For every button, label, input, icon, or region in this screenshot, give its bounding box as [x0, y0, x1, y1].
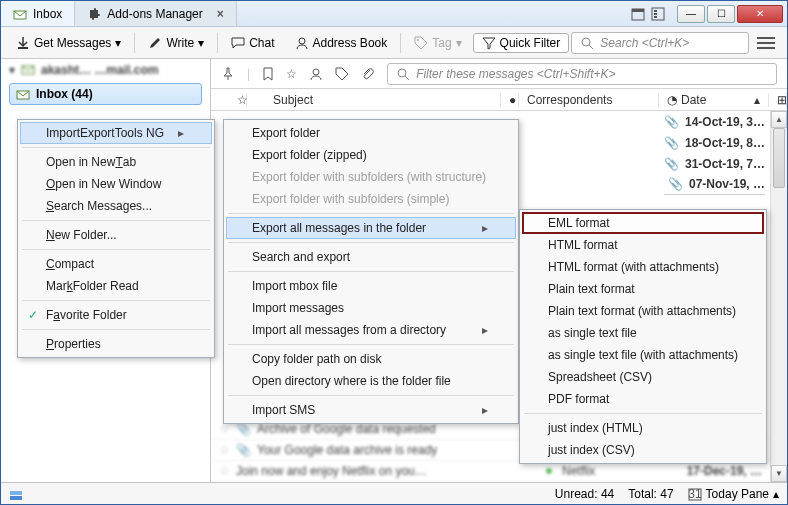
- svg-rect-6: [654, 16, 657, 18]
- star-icon[interactable]: ☆: [219, 464, 230, 478]
- close-button[interactable]: ✕: [737, 5, 783, 23]
- menu-item[interactable]: Open in New Tab: [20, 151, 212, 173]
- app-window: Inbox Add-ons Manager × — ☐ ✕ Get Messag…: [0, 0, 788, 505]
- menu-item[interactable]: Export folder: [226, 122, 516, 144]
- scroll-up-button[interactable]: ▲: [771, 111, 787, 128]
- col-subject[interactable]: Subject: [265, 93, 501, 107]
- menu-item[interactable]: ✓Favorite Folder: [20, 304, 212, 326]
- chevron-right-icon: ▸: [178, 126, 184, 140]
- date-column-values: 📎14-Oct-19, 3… 📎18-Oct-19, 8… 📎31-Oct-19…: [664, 111, 765, 195]
- col-correspondents[interactable]: Correspondents: [519, 93, 659, 107]
- svg-rect-15: [10, 496, 22, 500]
- star-icon[interactable]: ☆: [219, 422, 230, 436]
- tab-label: Inbox: [33, 7, 62, 21]
- download-icon: [16, 36, 30, 50]
- menu-item[interactable]: Import all messages from a directory▸: [226, 319, 516, 341]
- svg-point-13: [313, 69, 319, 75]
- write-button[interactable]: Write ▾: [139, 32, 213, 54]
- menu-item[interactable]: ImportExportTools NG▸: [20, 122, 212, 144]
- puzzle-icon: [87, 7, 101, 21]
- tasks-icon[interactable]: [651, 7, 665, 21]
- menu-item[interactable]: PDF format: [522, 388, 764, 410]
- menu-item[interactable]: Import SMS▸: [226, 399, 516, 421]
- close-icon[interactable]: ×: [217, 7, 224, 21]
- pencil-icon: [148, 36, 162, 50]
- menu-item[interactable]: Open directory where is the folder file: [226, 370, 516, 392]
- scroll-down-button[interactable]: ▼: [771, 465, 787, 482]
- maximize-button[interactable]: ☐: [707, 5, 735, 23]
- menu-button[interactable]: [757, 37, 775, 49]
- menu-item[interactable]: Open in New Window: [20, 173, 212, 195]
- star-filter-icon[interactable]: ☆: [286, 67, 297, 81]
- scroll-thumb[interactable]: [773, 128, 785, 188]
- attachment-icon: 📎: [668, 177, 683, 191]
- import-export-submenu: Export folderExport folder (zipped)Expor…: [223, 119, 519, 424]
- tab-inbox[interactable]: Inbox: [1, 1, 75, 26]
- title-bar: Inbox Add-ons Manager × — ☐ ✕: [1, 1, 787, 27]
- attachment-filter-icon[interactable]: [361, 67, 375, 81]
- pin-icon[interactable]: [221, 67, 235, 81]
- attachment-icon: 📎: [664, 115, 679, 129]
- activity-icon[interactable]: [9, 487, 23, 501]
- inbox-icon: [16, 87, 30, 101]
- filter-toolbar: | ☆ Filter these messages <Ctrl+Shift+K>: [211, 59, 787, 89]
- menu-item[interactable]: HTML format (with attachments): [522, 256, 764, 278]
- contact-filter-icon[interactable]: [309, 67, 323, 81]
- menu-item[interactable]: as single text file: [522, 322, 764, 344]
- menu-item[interactable]: New Folder...: [20, 224, 212, 246]
- message-row[interactable]: ☆ Join now and enjoy Netflix on you… Net…: [211, 461, 770, 482]
- address-book-button[interactable]: Address Book: [286, 32, 397, 54]
- chat-button[interactable]: Chat: [222, 32, 283, 54]
- col-picker[interactable]: ⊞: [769, 93, 787, 107]
- account-row[interactable]: ▾ akasht… …mail.com: [1, 59, 210, 81]
- svg-rect-16: [10, 491, 22, 495]
- chevron-down-icon: ▾: [115, 36, 121, 50]
- tab-addons[interactable]: Add-ons Manager ×: [75, 1, 236, 26]
- col-read[interactable]: ●: [501, 93, 519, 107]
- chevron-right-icon: ▸: [482, 323, 488, 337]
- menu-item: Export folder with subfolders (simple): [226, 188, 516, 210]
- quick-filter-button[interactable]: Quick Filter: [473, 33, 570, 53]
- person-icon: [295, 36, 309, 50]
- chevron-down-icon: ▾: [9, 63, 15, 77]
- column-headers: ☆ Subject ● Correspondents ◔Date▴ ⊞: [211, 89, 787, 111]
- menu-item[interactable]: Export folder (zipped): [226, 144, 516, 166]
- vertical-scrollbar[interactable]: ▲ ▼: [770, 111, 787, 482]
- star-icon[interactable]: ☆: [219, 443, 230, 457]
- menu-item[interactable]: Export all messages in the folder▸: [226, 217, 516, 239]
- menu-item[interactable]: HTML format: [522, 234, 764, 256]
- folder-context-menu: ImportExportTools NG▸Open in New TabOpen…: [17, 119, 215, 358]
- folder-inbox[interactable]: Inbox (44): [9, 83, 202, 105]
- chevron-down-icon: ▾: [456, 36, 462, 50]
- menu-item[interactable]: Spreadsheet (CSV): [522, 366, 764, 388]
- filter-input[interactable]: Filter these messages <Ctrl+Shift+K>: [387, 63, 777, 85]
- get-messages-button[interactable]: Get Messages ▾: [7, 32, 130, 54]
- menu-item[interactable]: as single text file (with attachments): [522, 344, 764, 366]
- menu-item[interactable]: Plain text format: [522, 278, 764, 300]
- menu-item[interactable]: just index (CSV): [522, 439, 764, 461]
- svg-rect-2: [632, 9, 644, 12]
- menu-item[interactable]: EML format: [522, 212, 764, 234]
- tag-button[interactable]: Tag ▾: [405, 32, 470, 54]
- search-input[interactable]: Search <Ctrl+K>: [571, 32, 749, 54]
- menu-item[interactable]: Copy folder path on disk: [226, 348, 516, 370]
- menu-item[interactable]: Properties: [20, 333, 212, 355]
- menu-item[interactable]: Search and export: [226, 246, 516, 268]
- menu-item[interactable]: Mark Folder Read: [20, 275, 212, 297]
- col-date[interactable]: ◔Date▴: [659, 93, 769, 107]
- menu-item[interactable]: Search Messages...: [20, 195, 212, 217]
- tag-filter-icon[interactable]: [335, 67, 349, 81]
- calendar-icon[interactable]: [631, 7, 645, 21]
- menu-item[interactable]: Import mbox file: [226, 275, 516, 297]
- svg-rect-5: [654, 13, 657, 15]
- col-star[interactable]: ☆: [229, 93, 247, 107]
- bookmark-icon[interactable]: [262, 67, 274, 81]
- menu-item[interactable]: Plain text format (with attachments): [522, 300, 764, 322]
- minimize-button[interactable]: —: [677, 5, 705, 23]
- attachment-icon: 📎: [236, 422, 251, 436]
- today-pane-toggle[interactable]: 31 Today Pane ▴: [688, 487, 779, 501]
- menu-item: Export folder with subfolders (with stru…: [226, 166, 516, 188]
- menu-item[interactable]: just index (HTML): [522, 417, 764, 439]
- menu-item[interactable]: Import messages: [226, 297, 516, 319]
- menu-item[interactable]: Compact: [20, 253, 212, 275]
